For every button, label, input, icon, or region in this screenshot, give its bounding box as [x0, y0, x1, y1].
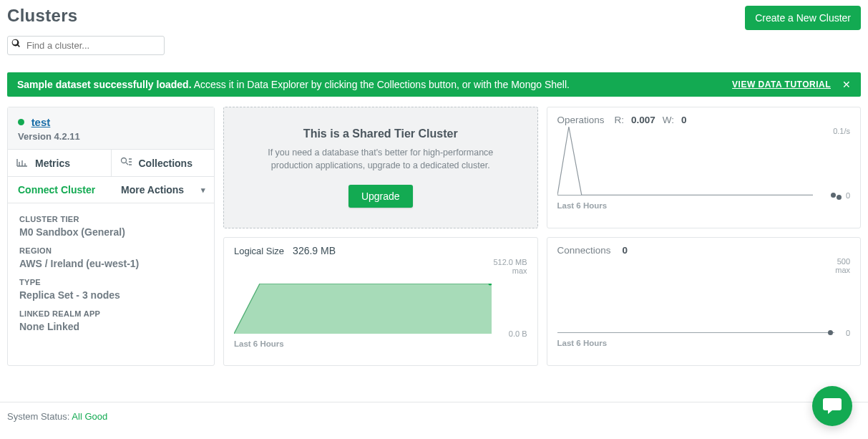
ops-marker-dot — [831, 193, 836, 198]
logical-footer: Last 6 Hours — [234, 339, 527, 348]
tier-label: CLUSTER TIER — [19, 215, 203, 223]
chat-fab-button[interactable] — [812, 386, 852, 426]
operations-panel: Operations R: 0.007 W: 0 0.1/s 0 — [547, 107, 862, 228]
cluster-version: Version 4.2.11 — [18, 131, 204, 142]
status-dot-icon — [18, 119, 24, 125]
connect-cluster-button[interactable]: Connect Cluster — [8, 177, 112, 203]
svg-marker-1 — [234, 284, 492, 334]
region-label: REGION — [19, 246, 203, 255]
page-title: Clusters — [7, 6, 77, 26]
chevron-down-icon: ▾ — [201, 185, 205, 195]
more-actions-dropdown[interactable]: More Actions ▾ — [112, 177, 214, 203]
logical-size-chart: 512.0 MB max 0.0 B — [234, 258, 527, 337]
connections-axis-max-sub: max — [835, 266, 850, 274]
type-label: TYPE — [19, 278, 203, 286]
upgrade-title: This is a Shared Tier Cluster — [303, 127, 458, 140]
svg-point-0 — [121, 158, 126, 163]
metrics-label: Metrics — [35, 158, 70, 169]
upgrade-panel: This is a Shared Tier Cluster If you nee… — [223, 107, 538, 228]
search-input[interactable] — [7, 36, 165, 55]
view-data-tutorial-link[interactable]: VIEW DATA TUTORIAL — [732, 79, 831, 90]
realm-value: None Linked — [19, 321, 203, 332]
logical-size-panel: Logical Size 326.9 MB 512.0 MB max 0.0 B — [223, 237, 538, 366]
connections-marker-dot — [828, 330, 833, 335]
chat-icon — [822, 397, 842, 415]
search-icon — [11, 39, 21, 50]
connections-value: 0 — [623, 245, 628, 256]
upgrade-subtitle: If you need a database that's better for… — [253, 146, 509, 172]
tier-value: M0 Sandbox (General) — [19, 226, 203, 238]
logical-axis-min: 0.0 B — [509, 329, 527, 338]
type-value: Replica Set - 3 nodes — [19, 289, 203, 301]
ops-r-value: 0.007 — [631, 115, 655, 125]
connections-axis-max: 500 — [835, 257, 850, 266]
logical-title: Logical Size — [234, 246, 284, 256]
status-value: All Good — [72, 411, 107, 422]
logical-axis-max: 512.0 MB — [493, 258, 527, 266]
logical-value: 326.9 MB — [293, 245, 336, 256]
collections-tab[interactable]: Collections — [111, 150, 215, 176]
ops-axis-max: 0.1/s — [833, 127, 850, 135]
collections-icon — [120, 157, 132, 169]
status-label: System Status: — [7, 411, 69, 422]
logical-axis-max-sub: max — [493, 266, 527, 275]
collections-label: Collections — [139, 158, 192, 169]
connections-panel: Connections 0 500 max 0 Last 6 Hours — [547, 237, 862, 366]
banner-bold: Sample dataset successfully loaded. — [17, 79, 192, 90]
connections-axis-zero: 0 — [846, 329, 850, 337]
close-icon[interactable]: ✕ — [842, 79, 851, 90]
create-cluster-button[interactable]: Create a New Cluster — [745, 6, 861, 30]
operations-chart: 0.1/s 0 — [557, 127, 851, 198]
upgrade-button[interactable]: Upgrade — [348, 185, 413, 208]
notification-banner: Sample dataset successfully loaded. Acce… — [7, 72, 861, 97]
connections-chart: 500 max 0 — [557, 257, 851, 336]
ops-axis-zero: 0 — [846, 191, 850, 200]
region-value: AWS / Ireland (eu-west-1) — [19, 258, 203, 269]
ops-w-label: W: — [663, 115, 674, 125]
cluster-sidebar: test Version 4.2.11 Metrics Collections — [7, 107, 215, 366]
more-actions-label: More Actions — [121, 184, 184, 196]
ops-footer: Last 6 Hours — [557, 201, 851, 210]
cluster-name-link[interactable]: test — [31, 116, 51, 128]
connections-title: Connections — [557, 245, 611, 256]
connections-footer: Last 6 Hours — [557, 339, 851, 347]
metrics-tab[interactable]: Metrics — [8, 150, 111, 176]
banner-text: Access it in Data Explorer by clicking t… — [192, 79, 570, 90]
metrics-icon — [16, 158, 28, 169]
status-bar: System Status: All Good — [0, 402, 868, 430]
realm-label: LINKED REALM APP — [19, 309, 203, 318]
ops-marker-dot — [837, 195, 842, 200]
ops-w-value: 0 — [681, 115, 687, 125]
operations-title: Operations — [557, 115, 605, 125]
ops-r-label: R: — [615, 115, 625, 125]
